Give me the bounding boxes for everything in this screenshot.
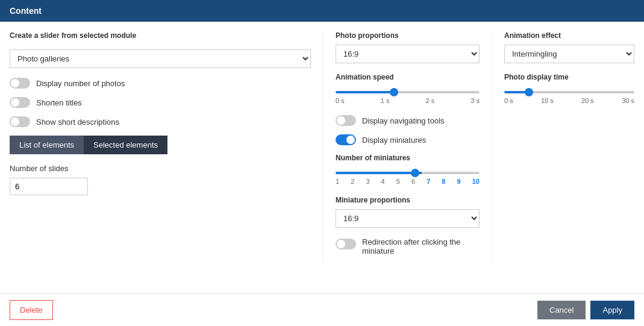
toggle-display-photos-label: Display number of photos (36, 79, 125, 88)
tab-list-of-elements[interactable]: List of elements (10, 136, 84, 154)
miniature-proportions-label: Miniature proportions (336, 196, 480, 204)
number-of-slides-label: Number of slides (10, 164, 311, 173)
photo-display-time-label: Photo display time (504, 73, 634, 81)
number-of-miniatures-label: Number of miniatures (336, 154, 480, 162)
elements-tab-group: List of elements Selected elements (10, 136, 311, 154)
miniature-proportions-select[interactable]: 16:9 4:3 1:1 (336, 209, 480, 228)
toggle-miniatures-row: Display miniatures (336, 134, 480, 145)
toggle-navigating-row: Display navigating tools (336, 115, 480, 126)
toggle-redirection-row: Redirection after clicking the miniature (336, 237, 480, 255)
photo-display-time-slider[interactable] (504, 91, 634, 93)
toggle-shorten-titles-row: Shorten titles (10, 97, 311, 108)
toggle-navigating-label: Display navigating tools (362, 116, 445, 125)
right-panel: Animation effect Intermingling Fade Slid… (492, 31, 634, 264)
animation-effect-select[interactable]: Intermingling Fade Slide (504, 45, 634, 63)
module-label: Create a slider from selected module (10, 31, 311, 40)
toggle-shorten-titles-label: Shorten titles (36, 98, 82, 107)
toggle-miniatures[interactable] (336, 134, 356, 145)
animation-speed-ticks: 0 s 1 s 2 s 3 s (336, 97, 480, 104)
toggle-shorten-titles[interactable] (10, 97, 30, 108)
number-of-slides-input[interactable] (10, 178, 88, 195)
photo-display-ticks: 0 s 10 s 20 s 30 s (504, 97, 634, 104)
left-panel: Create a slider from selected module Pho… (10, 31, 323, 264)
toggle-display-photos-row: Display number of photos (10, 78, 311, 89)
animation-speed-section: Animation speed 0 s 1 s 2 s 3 s (336, 73, 480, 104)
animation-speed-slider[interactable] (336, 91, 480, 93)
toggle-redirection-label: Redirection after clicking the miniature (362, 237, 480, 255)
animation-speed-label: Animation speed (336, 73, 480, 81)
photo-proportions-label: Photo proportions (336, 31, 480, 40)
toggle-redirection[interactable] (336, 239, 356, 249)
miniature-number-ticks: 1 2 3 4 5 6 7 8 9 10 (336, 178, 480, 185)
number-of-miniatures-section: Number of miniatures 1 2 3 4 5 6 7 8 9 1… (336, 154, 480, 185)
module-select[interactable]: Photo galleries (10, 49, 311, 68)
toggle-short-descriptions-label: Show short descriptions (36, 118, 119, 127)
toggle-short-descriptions-row: Show short descriptions (10, 116, 311, 127)
photo-proportions-select[interactable]: 16:9 4:3 1:1 (336, 45, 480, 63)
photo-display-time-section: Photo display time 0 s 10 s 20 s 30 s (504, 73, 634, 104)
header-title: Content (10, 6, 42, 16)
toggle-miniatures-label: Display miniatures (362, 136, 426, 145)
tab-selected-elements[interactable]: Selected elements (84, 136, 167, 154)
toggle-display-photos[interactable] (10, 78, 30, 89)
middle-panel: Photo proportions 16:9 4:3 1:1 Animation… (323, 31, 492, 264)
toggle-navigating[interactable] (336, 115, 356, 126)
toggle-short-descriptions[interactable] (10, 116, 30, 127)
content-header: Content (0, 0, 644, 22)
number-of-miniatures-slider[interactable] (336, 172, 480, 174)
animation-effect-label: Animation effect (504, 31, 634, 40)
